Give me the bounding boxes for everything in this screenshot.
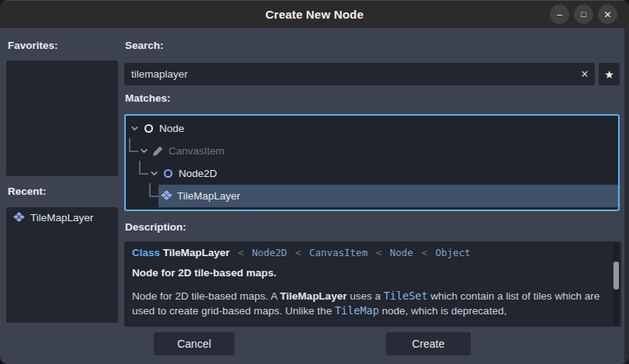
matches-label: Matches:	[125, 92, 171, 104]
recent-list: TileMapLayer	[6, 207, 118, 227]
tree-indent	[126, 185, 149, 207]
class-link[interactable]: Object	[436, 247, 471, 258]
description-text: node, which is deprecated,	[379, 305, 506, 317]
description-scrollbar[interactable]	[613, 244, 619, 324]
clear-search-icon[interactable]: ✕	[575, 63, 595, 85]
titlebar: Create New Node – □ ✕	[0, 0, 629, 28]
description-label: Description:	[125, 221, 186, 233]
description-panel: Class TileMapLayer < Node2D < CanvasItem…	[124, 241, 621, 327]
inheritance-separator: <	[367, 247, 390, 258]
tree-item-selected[interactable]: TileMapLayer	[158, 185, 618, 207]
inheritance-separator: <	[413, 247, 436, 258]
class-link[interactable]: Node2D	[252, 247, 287, 258]
close-icon: ✕	[603, 10, 611, 19]
tree-indent	[126, 117, 129, 140]
tree-item-label: CanvasItem	[169, 145, 224, 157]
tree-indent	[126, 162, 139, 185]
node-icon	[143, 123, 155, 134]
canvasitem-icon	[152, 145, 164, 157]
description-text: Node for 2D tile-based maps. A	[132, 290, 280, 302]
class-link[interactable]: CanvasItem	[309, 247, 367, 258]
maximize-button[interactable]: □	[574, 5, 593, 24]
tilemaplayer-icon	[161, 190, 172, 202]
recent-item-label: TileMapLayer	[30, 212, 93, 224]
recent-label: Recent:	[8, 185, 47, 197]
chevron-down-icon[interactable]	[130, 123, 140, 133]
brief-description: Node for 2D tile-based maps.	[132, 267, 603, 279]
tree-item[interactable]: Node2D	[160, 162, 618, 185]
tree-guide-line	[139, 161, 148, 175]
inline-code[interactable]: TileSet	[384, 289, 428, 302]
tree-row[interactable]: TileMapLayer	[126, 185, 618, 207]
inheritance-separator: <	[287, 247, 310, 258]
star-icon: ★	[604, 68, 614, 81]
tree-guide-line	[149, 183, 158, 197]
close-button[interactable]: ✕	[598, 5, 617, 24]
class-keyword: Class	[132, 247, 160, 258]
inheritance-separator: <	[230, 247, 252, 258]
tree-row[interactable]: Node2D	[126, 162, 618, 185]
minimize-icon: –	[557, 10, 562, 19]
tree-item-label: Node	[159, 123, 184, 134]
class-link[interactable]: Node	[390, 247, 413, 258]
favorites-label: Favorites:	[8, 40, 58, 51]
tree-item-label: Node2D	[179, 168, 217, 179]
window-edge	[624, 28, 629, 364]
full-description: Node for 2D tile-based maps. A TileMapLa…	[132, 289, 603, 318]
favorites-panel[interactable]	[6, 61, 118, 176]
class-inheritance-line: Class TileMapLayer < Node2D < CanvasItem…	[132, 247, 603, 258]
inline-code[interactable]: TileMap	[335, 304, 379, 317]
minimize-button[interactable]: –	[550, 5, 569, 24]
tree-row[interactable]: Node	[126, 117, 618, 140]
node2d-icon	[162, 168, 174, 179]
tree-item-label: TileMapLayer	[177, 190, 240, 202]
tree-item[interactable]: CanvasItem	[150, 140, 618, 162]
class-name: TileMapLayer	[163, 247, 230, 258]
tree-row[interactable]: CanvasItem	[126, 140, 618, 162]
scrollbar-thumb[interactable]	[613, 262, 619, 289]
inheritance-chain: < Node2D < CanvasItem < Node < Object	[230, 247, 471, 258]
description-text: uses a	[347, 290, 384, 302]
tilemaplayer-icon	[13, 212, 25, 224]
search-label: Search:	[125, 40, 164, 51]
recent-panel: TileMapLayer	[6, 207, 118, 323]
create-button[interactable]: Create	[386, 332, 471, 355]
maximize-icon: □	[581, 10, 586, 19]
window-controls: – □ ✕	[550, 5, 617, 24]
description-text: TileMapLayer	[280, 290, 347, 302]
window-title: Create New Node	[266, 8, 363, 21]
create-new-node-dialog: Create New Node – □ ✕ Favorites: Recent:…	[0, 0, 629, 364]
recent-item[interactable]: TileMapLayer	[6, 207, 118, 227]
chevron-down-icon[interactable]	[139, 146, 149, 156]
tree-item[interactable]: Node	[141, 117, 618, 140]
matches-tree: NodeCanvasItemNode2DTileMapLayer	[124, 114, 620, 211]
tree-guide-line	[129, 138, 138, 152]
favorite-toggle-button[interactable]: ★	[599, 63, 620, 85]
search-input[interactable]	[124, 63, 595, 85]
cancel-button[interactable]: Cancel	[154, 332, 235, 355]
chevron-down-icon[interactable]	[149, 168, 159, 179]
